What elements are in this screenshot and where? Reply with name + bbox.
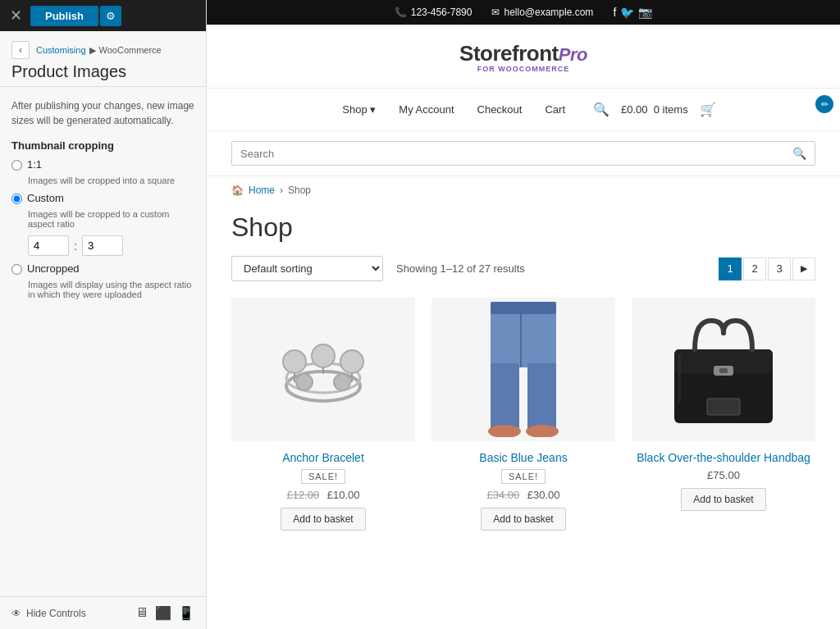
nav-cart[interactable]: Cart (533, 97, 577, 122)
site-header: StorefrontPro for WOOCOMMERCE (207, 25, 840, 89)
nav-search-icon[interactable]: 🔍 (593, 102, 609, 117)
gear-button[interactable]: ⚙ (100, 6, 121, 26)
sale-badge-1: SALE! (431, 469, 615, 489)
aspect-ratio-inputs: : (28, 235, 194, 256)
svg-rect-13 (491, 302, 556, 314)
radio-desc-1-1: Images will be cropped into a square (28, 175, 194, 185)
social-icons: f 🐦 📷 (613, 6, 652, 19)
desktop-icon[interactable]: 🖥 (135, 605, 148, 621)
new-price-0: £10.00 (327, 489, 360, 501)
svg-rect-22 (678, 353, 681, 403)
svg-rect-20 (719, 368, 728, 373)
page-2[interactable]: 2 (743, 258, 766, 280)
mobile-icon[interactable]: 📱 (178, 605, 194, 621)
info-text: After publishing your changes, new image… (11, 98, 194, 128)
instagram-icon: 📷 (638, 6, 652, 19)
panel-footer: 👁 Hide Controls 🖥 ⬛ 📱 (0, 596, 206, 629)
logo-storefront: Storefront (459, 41, 559, 66)
radio-1-1[interactable] (11, 160, 22, 171)
radio-option-1-1: 1:1 (11, 158, 194, 171)
add-basket-button-2[interactable]: Add to basket (681, 488, 765, 511)
email-info: ✉ hello@example.com (491, 7, 593, 18)
hide-controls-label: Hide Controls (26, 608, 86, 619)
woo-for: for (477, 65, 495, 73)
radio-option-custom: Custom (11, 192, 194, 204)
publish-button[interactable]: Publish (30, 6, 98, 26)
panel-breadcrumb: ‹ Customising ▶ WooCommerce (11, 41, 194, 59)
sort-select[interactable]: Default sorting Sort by popularity Sort … (231, 256, 383, 281)
back-button[interactable]: ‹ (11, 41, 30, 59)
tablet-icon[interactable]: ⬛ (155, 605, 171, 621)
logo-pro: Pro (559, 44, 587, 65)
phone-info: 📞 123-456-7890 (395, 7, 472, 18)
aspect-separator: : (74, 239, 77, 253)
svg-rect-12 (527, 363, 556, 433)
price-area-0: £12.00 £10.00 (231, 489, 415, 501)
aspect-width-input[interactable] (28, 235, 69, 256)
product-name-0: Anchor Bracelet (231, 451, 415, 464)
radio-label-1-1[interactable]: 1:1 (27, 158, 42, 171)
add-basket-button-0[interactable]: Add to basket (281, 508, 365, 531)
home-icon: 🏠 (231, 185, 244, 196)
aspect-height-input[interactable] (82, 235, 123, 256)
old-price-0: £12.00 (286, 489, 319, 501)
bracelet-svg (270, 317, 377, 423)
search-bar: 🔍 (231, 141, 815, 166)
woo-label: for WOOCOMMERCE (477, 65, 570, 73)
eye-icon: 👁 (11, 608, 21, 619)
radio-custom[interactable] (11, 194, 22, 204)
nav-basket-icon[interactable]: 🛒 (700, 102, 716, 117)
product-image-1 (431, 298, 615, 441)
radio-label-custom[interactable]: Custom (27, 192, 64, 204)
product-image-0 (231, 298, 415, 441)
bag-svg (662, 308, 785, 431)
radio-label-uncropped[interactable]: Uncropped (27, 262, 80, 275)
breadcrumb-current: Shop (288, 185, 311, 196)
hide-controls-button[interactable]: 👁 Hide Controls (11, 608, 86, 619)
breadcrumb-separator: ▶ (89, 45, 96, 56)
product-name-2: Black Over-the-shoulder Handbag (632, 451, 815, 464)
page-next[interactable]: ▶ (792, 258, 815, 280)
nav-right: 🔍 £0.00 0 items 🛒 (593, 102, 716, 117)
radio-desc-custom: Images will be cropped to a custom aspec… (28, 209, 194, 229)
facebook-icon: f (613, 6, 616, 19)
shop-toolbar: Default sorting Sort by popularity Sort … (231, 256, 815, 281)
products-grid: Anchor Bracelet SALE! £12.00 £10.00 Add … (231, 298, 815, 531)
edit-pencil-icon[interactable]: ✏ (815, 95, 833, 113)
svg-point-2 (283, 350, 306, 373)
product-name-1: Basic Blue Jeans (431, 451, 615, 464)
main-nav: Shop ▾ My Account Checkout Cart 🔍 £0.00 … (207, 89, 840, 131)
svg-point-4 (340, 350, 363, 373)
results-text: Showing 1–12 of 27 results (396, 262, 525, 275)
panel-page-title: Product Images (11, 62, 194, 81)
page-breadcrumb: 🏠 Home › Shop (207, 176, 840, 204)
radio-uncropped[interactable] (11, 264, 22, 275)
svg-point-5 (296, 374, 313, 390)
phone-icon: 📞 (395, 7, 407, 18)
page-3[interactable]: 3 (768, 258, 791, 280)
svg-point-6 (334, 374, 350, 390)
shop-heading: Shop (231, 212, 815, 243)
search-input[interactable] (240, 148, 792, 160)
radio-desc-uncropped: Images will display using the aspect rat… (28, 280, 194, 299)
contact-bar: 📞 123-456-7890 ✉ hello@example.com f 🐦 📷 (207, 0, 840, 25)
new-price-1: £30.00 (527, 489, 560, 501)
product-image-2 (632, 298, 815, 441)
close-button[interactable]: ✕ (7, 8, 25, 23)
preview-area: 📞 123-456-7890 ✉ hello@example.com f 🐦 📷… (207, 0, 840, 629)
email-address: hello@example.com (504, 7, 593, 18)
shop-content: Shop Default sorting Sort by popularity … (207, 204, 840, 555)
page-1[interactable]: 1 (719, 258, 742, 280)
product-card-1: Basic Blue Jeans SALE! £34.00 £30.00 Add… (431, 298, 615, 531)
nav-my-account[interactable]: My Account (387, 97, 465, 122)
breadcrumb-home-link[interactable]: Home (249, 185, 275, 196)
breadcrumb-section: WooCommerce (99, 45, 162, 55)
price-area-2: £75.00 (632, 469, 815, 481)
breadcrumb-customising[interactable]: Customising (36, 45, 86, 55)
nav-checkout[interactable]: Checkout (466, 97, 534, 122)
nav-shop[interactable]: Shop ▾ (331, 97, 387, 122)
add-basket-button-1[interactable]: Add to basket (481, 508, 565, 531)
product-card-0: Anchor Bracelet SALE! £12.00 £10.00 Add … (231, 298, 415, 531)
pagination: 1 2 3 ▶ (719, 258, 815, 280)
search-submit-icon[interactable]: 🔍 (792, 147, 806, 160)
